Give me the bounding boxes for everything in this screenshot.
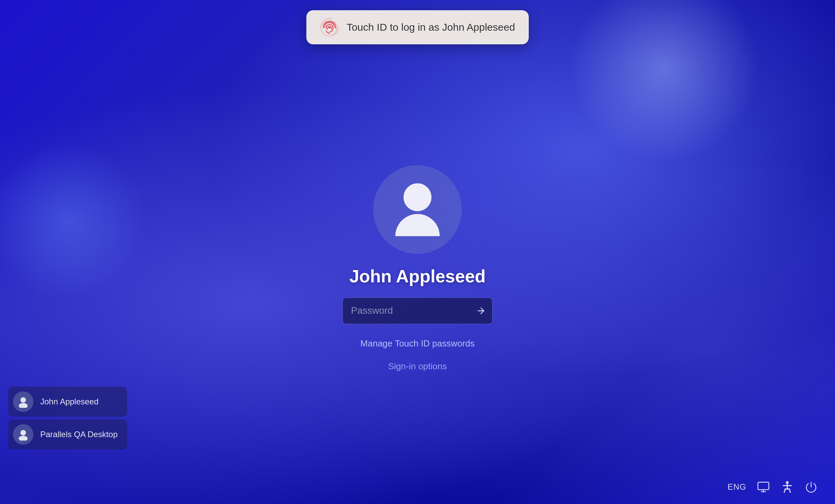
svg-line-16	[789, 489, 790, 492]
username-label: John Appleseed	[349, 266, 486, 286]
login-container: John Appleseed Manage Touch ID passwords…	[342, 165, 493, 372]
user-avatar-small-john	[13, 391, 33, 412]
touch-id-banner[interactable]: Touch ID to log in as John Appleseed	[306, 10, 529, 44]
svg-point-1	[328, 26, 331, 28]
user-name-parallels: Parallels QA Desktop	[40, 430, 118, 439]
password-container	[342, 297, 493, 324]
arrow-right-icon	[476, 306, 486, 315]
svg-point-4	[19, 403, 28, 408]
user-list-item[interactable]: John Appleseed	[8, 387, 127, 417]
user-icon-parallels	[17, 428, 29, 441]
password-submit-button[interactable]	[475, 305, 487, 317]
accessibility-icon	[780, 480, 794, 494]
bottom-toolbar: ENG	[728, 480, 818, 494]
manage-touch-id-link[interactable]: Manage Touch ID passwords	[361, 338, 475, 349]
user-avatar-small-parallels	[13, 424, 33, 445]
svg-point-6	[19, 436, 28, 441]
avatar-head	[404, 183, 431, 211]
power-icon	[804, 480, 818, 494]
user-icon-john	[17, 396, 29, 408]
avatar-body	[395, 214, 440, 236]
fingerprint-icon	[320, 18, 339, 37]
display-button[interactable]	[757, 480, 770, 494]
user-list: John Appleseed Parallels QA Desktop	[8, 387, 127, 449]
svg-point-3	[20, 397, 26, 403]
user-name-john: John Appleseed	[40, 397, 99, 406]
display-icon	[757, 480, 770, 494]
power-button[interactable]	[804, 480, 818, 494]
svg-line-15	[784, 489, 785, 492]
sign-in-options-link[interactable]: Sign-in options	[388, 361, 447, 372]
accessibility-button[interactable]	[780, 480, 794, 494]
user-list-item-parallels[interactable]: Parallels QA Desktop	[8, 419, 127, 449]
svg-rect-7	[758, 482, 769, 490]
language-selector[interactable]: ENG	[728, 482, 746, 492]
password-input[interactable]	[342, 297, 493, 324]
user-avatar	[373, 165, 462, 254]
svg-point-5	[20, 430, 26, 435]
touch-id-text: Touch ID to log in as John Appleseed	[347, 21, 515, 33]
avatar-person	[395, 183, 440, 236]
